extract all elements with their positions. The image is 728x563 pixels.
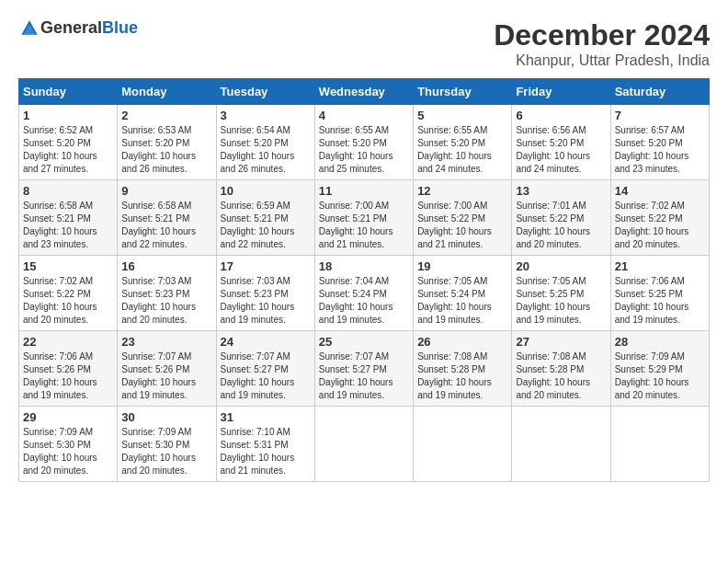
day-number: 28 [615, 335, 705, 349]
day-number: 20 [516, 259, 606, 273]
calendar-cell: 1Sunrise: 6:52 AM Sunset: 5:20 PM Daylig… [19, 105, 118, 180]
calendar-cell: 9Sunrise: 6:58 AM Sunset: 5:21 PM Daylig… [118, 180, 216, 256]
calendar-cell: 14Sunrise: 7:02 AM Sunset: 5:22 PM Dayli… [610, 180, 709, 256]
calendar-cell: 11Sunrise: 7:00 AM Sunset: 5:21 PM Dayli… [314, 180, 413, 256]
calendar-cell: 19Sunrise: 7:05 AM Sunset: 5:24 PM Dayli… [414, 256, 512, 331]
calendar-cell: 20Sunrise: 7:05 AM Sunset: 5:25 PM Dayli… [512, 256, 610, 331]
day-info: Sunrise: 7:01 AM Sunset: 5:22 PM Dayligh… [516, 200, 606, 251]
day-info: Sunrise: 7:00 AM Sunset: 5:21 PM Dayligh… [319, 200, 409, 251]
calendar-cell [414, 407, 512, 482]
calendar-cell: 8Sunrise: 6:58 AM Sunset: 5:21 PM Daylig… [19, 180, 118, 256]
week-row-5: 29Sunrise: 7:09 AM Sunset: 5:30 PM Dayli… [19, 407, 710, 482]
day-info: Sunrise: 7:02 AM Sunset: 5:22 PM Dayligh… [23, 275, 113, 327]
day-info: Sunrise: 7:03 AM Sunset: 5:23 PM Dayligh… [221, 275, 311, 327]
header-day-monday: Monday [118, 79, 216, 105]
day-info: Sunrise: 7:09 AM Sunset: 5:30 PM Dayligh… [121, 426, 211, 477]
main-title: December 2024 [494, 18, 710, 52]
calendar-cell: 6Sunrise: 6:56 AM Sunset: 5:20 PM Daylig… [512, 105, 610, 180]
day-number: 12 [417, 184, 507, 198]
calendar-cell: 7Sunrise: 6:57 AM Sunset: 5:20 PM Daylig… [610, 105, 709, 180]
calendar-cell: 23Sunrise: 7:07 AM Sunset: 5:26 PM Dayli… [118, 331, 216, 407]
day-number: 10 [221, 184, 311, 198]
day-number: 17 [221, 259, 311, 273]
calendar-cell: 12Sunrise: 7:00 AM Sunset: 5:22 PM Dayli… [414, 180, 512, 256]
day-info: Sunrise: 7:05 AM Sunset: 5:25 PM Dayligh… [516, 275, 606, 327]
day-number: 14 [615, 184, 705, 198]
day-info: Sunrise: 6:53 AM Sunset: 5:20 PM Dayligh… [121, 124, 211, 176]
day-number: 1 [23, 109, 113, 122]
day-number: 26 [417, 335, 507, 349]
header: GeneralBlue December 2024 Khanpur, Uttar… [18, 18, 710, 69]
day-number: 13 [516, 184, 606, 198]
day-number: 31 [221, 410, 311, 424]
header-day-friday: Friday [512, 79, 610, 105]
calendar-header: SundayMondayTuesdayWednesdayThursdayFrid… [19, 79, 710, 105]
day-info: Sunrise: 7:09 AM Sunset: 5:29 PM Dayligh… [615, 350, 705, 402]
calendar-cell: 22Sunrise: 7:06 AM Sunset: 5:26 PM Dayli… [19, 331, 118, 407]
calendar-cell: 16Sunrise: 7:03 AM Sunset: 5:23 PM Dayli… [118, 256, 216, 331]
day-info: Sunrise: 7:02 AM Sunset: 5:22 PM Dayligh… [615, 200, 705, 251]
calendar-cell: 21Sunrise: 7:06 AM Sunset: 5:25 PM Dayli… [610, 256, 709, 331]
day-info: Sunrise: 7:00 AM Sunset: 5:22 PM Dayligh… [417, 200, 507, 251]
title-area: December 2024 Khanpur, Uttar Pradesh, In… [494, 18, 710, 69]
calendar-cell: 28Sunrise: 7:09 AM Sunset: 5:29 PM Dayli… [610, 331, 709, 407]
day-number: 18 [319, 259, 409, 273]
day-info: Sunrise: 6:56 AM Sunset: 5:20 PM Dayligh… [516, 124, 606, 176]
day-number: 6 [516, 109, 606, 122]
calendar-cell: 30Sunrise: 7:09 AM Sunset: 5:30 PM Dayli… [118, 407, 216, 482]
day-number: 23 [121, 335, 211, 349]
day-info: Sunrise: 6:59 AM Sunset: 5:21 PM Dayligh… [221, 200, 311, 251]
calendar-cell: 26Sunrise: 7:08 AM Sunset: 5:28 PM Dayli… [414, 331, 512, 407]
week-row-3: 15Sunrise: 7:02 AM Sunset: 5:22 PM Dayli… [19, 256, 710, 331]
day-info: Sunrise: 7:09 AM Sunset: 5:30 PM Dayligh… [23, 426, 113, 477]
day-number: 9 [121, 184, 211, 198]
day-info: Sunrise: 7:06 AM Sunset: 5:25 PM Dayligh… [615, 275, 705, 327]
calendar: SundayMondayTuesdayWednesdayThursdayFrid… [18, 78, 710, 482]
calendar-body: 1Sunrise: 6:52 AM Sunset: 5:20 PM Daylig… [19, 105, 710, 482]
calendar-cell: 2Sunrise: 6:53 AM Sunset: 5:20 PM Daylig… [118, 105, 216, 180]
day-info: Sunrise: 6:52 AM Sunset: 5:20 PM Dayligh… [23, 124, 113, 176]
calendar-cell [314, 407, 413, 482]
day-info: Sunrise: 6:58 AM Sunset: 5:21 PM Dayligh… [121, 200, 211, 251]
calendar-cell: 27Sunrise: 7:08 AM Sunset: 5:28 PM Dayli… [512, 331, 610, 407]
day-info: Sunrise: 6:55 AM Sunset: 5:20 PM Dayligh… [417, 124, 507, 176]
day-number: 22 [23, 335, 113, 349]
header-day-wednesday: Wednesday [314, 79, 413, 105]
day-number: 2 [121, 109, 211, 122]
calendar-cell: 17Sunrise: 7:03 AM Sunset: 5:23 PM Dayli… [216, 256, 314, 331]
day-number: 25 [319, 335, 409, 349]
day-number: 3 [221, 109, 311, 122]
header-row: SundayMondayTuesdayWednesdayThursdayFrid… [19, 79, 710, 105]
day-number: 30 [121, 410, 211, 424]
week-row-1: 1Sunrise: 6:52 AM Sunset: 5:20 PM Daylig… [19, 105, 710, 180]
calendar-cell: 4Sunrise: 6:55 AM Sunset: 5:20 PM Daylig… [314, 105, 413, 180]
day-number: 5 [417, 109, 507, 122]
week-row-4: 22Sunrise: 7:06 AM Sunset: 5:26 PM Dayli… [19, 331, 710, 407]
calendar-cell: 25Sunrise: 7:07 AM Sunset: 5:27 PM Dayli… [314, 331, 413, 407]
day-info: Sunrise: 7:07 AM Sunset: 5:26 PM Dayligh… [121, 350, 211, 402]
day-info: Sunrise: 7:05 AM Sunset: 5:24 PM Dayligh… [417, 275, 507, 327]
header-day-thursday: Thursday [414, 79, 512, 105]
day-number: 4 [319, 109, 409, 122]
logo-text: GeneralBlue [40, 18, 138, 38]
logo: GeneralBlue [18, 18, 138, 38]
day-number: 11 [319, 184, 409, 198]
header-day-tuesday: Tuesday [216, 79, 314, 105]
header-day-saturday: Saturday [610, 79, 709, 105]
calendar-cell: 13Sunrise: 7:01 AM Sunset: 5:22 PM Dayli… [512, 180, 610, 256]
day-info: Sunrise: 6:54 AM Sunset: 5:20 PM Dayligh… [221, 124, 311, 176]
day-info: Sunrise: 7:07 AM Sunset: 5:27 PM Dayligh… [319, 350, 409, 402]
day-number: 19 [417, 259, 507, 273]
calendar-cell [512, 407, 610, 482]
header-day-sunday: Sunday [19, 79, 118, 105]
day-info: Sunrise: 7:06 AM Sunset: 5:26 PM Dayligh… [23, 350, 113, 402]
subtitle: Khanpur, Uttar Pradesh, India [494, 52, 710, 69]
day-info: Sunrise: 6:58 AM Sunset: 5:21 PM Dayligh… [23, 200, 113, 251]
day-number: 29 [23, 410, 113, 424]
calendar-cell: 10Sunrise: 6:59 AM Sunset: 5:21 PM Dayli… [216, 180, 314, 256]
logo-icon [20, 19, 39, 38]
day-info: Sunrise: 6:57 AM Sunset: 5:20 PM Dayligh… [615, 124, 705, 176]
calendar-cell [610, 407, 709, 482]
day-number: 16 [121, 259, 211, 273]
day-info: Sunrise: 7:10 AM Sunset: 5:31 PM Dayligh… [221, 426, 311, 477]
